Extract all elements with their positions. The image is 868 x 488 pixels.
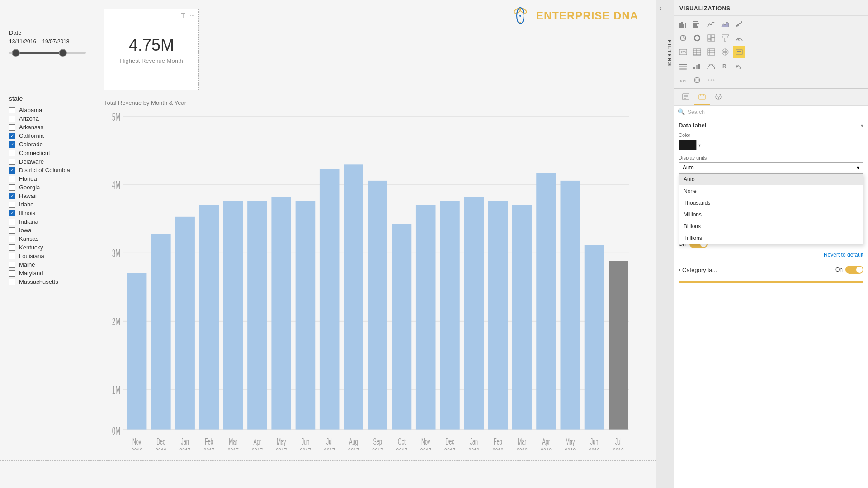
category-label-header[interactable]: › Category la... On [679,266,863,274]
state-item[interactable]: Indiana [9,217,99,226]
color-box[interactable] [679,140,697,150]
state-item[interactable]: Georgia [9,183,99,192]
state-item[interactable]: Arkansas [9,123,99,131]
viz-btn-donut[interactable] [691,32,703,44]
state-checkbox[interactable] [9,279,15,285]
state-item[interactable]: Massachusetts [9,277,99,286]
viz-btn-bar[interactable] [677,18,689,30]
bar-apr2018[interactable] [536,173,556,429]
state-item[interactable]: Alabama [9,106,99,114]
state-checkbox[interactable] [9,150,15,156]
state-checkbox[interactable] [9,270,15,277]
state-item[interactable]: Hawaii [9,192,99,200]
tab-format[interactable] [694,90,710,105]
viz-btn-slicer[interactable] [677,60,689,72]
viz-btn-pie[interactable] [677,32,689,44]
state-item[interactable]: Delaware [9,157,99,166]
viz-btn-treemap[interactable] [705,32,717,44]
bar-mar2017[interactable] [223,201,243,429]
state-checkbox[interactable] [9,219,15,225]
bar-jan2017[interactable] [175,217,195,430]
state-checkbox[interactable] [9,176,15,182]
state-checkbox[interactable] [9,236,15,242]
bar-dec2017[interactable] [440,201,460,429]
state-checkbox[interactable] [9,116,15,122]
state-item[interactable]: California [9,131,99,140]
state-checkbox[interactable] [9,202,15,208]
bar-jun2017[interactable] [296,201,316,429]
state-checkbox[interactable] [9,210,15,216]
slider-thumb-right[interactable] [59,49,67,57]
bar-oct2017[interactable] [392,224,412,429]
collapse-panel-btn[interactable]: ‹ [656,0,665,488]
option-auto[interactable]: Auto [679,174,863,185]
state-checkbox[interactable] [9,133,15,139]
state-item[interactable]: Kansas [9,235,99,243]
state-item[interactable]: Connecticut [9,149,99,157]
viz-btn-line[interactable] [705,18,717,30]
viz-btn-area[interactable] [719,18,731,30]
bar-jul2018[interactable] [609,261,628,430]
state-checkbox[interactable] [9,167,15,174]
bar-may2018[interactable] [560,181,580,430]
state-checkbox[interactable] [9,244,15,251]
bar-dec2016[interactable] [151,234,171,430]
viz-btn-py-visual[interactable]: Py [733,60,745,72]
option-thousands[interactable]: Thousands [679,197,863,209]
viz-btn-ribbon[interactable] [705,60,717,72]
bar-feb2017[interactable] [199,205,219,429]
state-checkbox[interactable] [9,227,15,234]
viz-btn-waterfall[interactable] [691,60,703,72]
viz-btn-kpi[interactable]: KPI [677,74,689,86]
state-checkbox[interactable] [9,124,15,131]
viz-btn-table[interactable] [691,46,703,58]
state-item[interactable]: Maine [9,260,99,269]
state-checkbox[interactable] [9,159,15,165]
bar-nov2017[interactable] [416,205,436,429]
viz-btn-stacked-bar[interactable] [733,46,745,58]
state-item[interactable]: Kentucky [9,243,99,252]
state-checkbox[interactable] [9,262,15,268]
tab-fields[interactable] [678,90,694,105]
bar-aug2017[interactable] [344,164,363,429]
state-item[interactable]: Illinois [9,209,99,217]
search-bar[interactable]: 🔍 Search [674,106,868,118]
data-label-header[interactable]: Data label ▾ [679,122,863,129]
option-billions[interactable]: Billions [679,221,863,232]
slider-thumb-left[interactable] [12,49,20,57]
color-dropdown-arrow[interactable]: ▾ [698,143,701,148]
bar-jul2017[interactable] [320,169,340,429]
option-millions[interactable]: Millions [679,209,863,221]
state-item[interactable]: Louisiana [9,252,99,260]
bar-jun2018[interactable] [585,245,604,430]
state-item[interactable]: Arizona [9,114,99,123]
viz-btn-more[interactable] [705,74,717,86]
bar-jan2018[interactable] [464,197,484,429]
bar-sep2017[interactable] [368,181,387,430]
more-icon[interactable]: ··· [189,12,195,19]
category-toggle[interactable] [845,266,863,274]
state-checkbox[interactable] [9,193,15,199]
viz-btn-funnel[interactable] [719,32,731,44]
state-item[interactable]: Maryland [9,269,99,277]
state-checkbox[interactable] [9,107,15,113]
state-item[interactable]: Colorado [9,140,99,149]
option-none[interactable]: None [679,185,863,197]
viz-btn-globe[interactable] [691,74,703,86]
viz-btn-gauge[interactable] [733,32,745,44]
state-item[interactable]: District of Columbia [9,166,99,174]
filter-icon[interactable]: ⊤ [180,12,186,19]
bar-may2017[interactable] [271,197,291,429]
display-units-selected[interactable]: Auto ▾ [679,162,863,173]
bar-apr2017[interactable] [247,201,267,429]
viz-btn-card[interactable]: 123 [677,46,689,58]
bar-mar2018[interactable] [512,205,532,429]
revert-btn[interactable]: Revert to default [679,252,863,258]
state-item[interactable]: Iowa [9,226,99,235]
state-checkbox[interactable] [9,141,15,148]
viz-btn-matrix[interactable] [705,46,717,58]
bar-feb2018[interactable] [488,201,508,429]
option-trillions[interactable]: Trillions [679,232,863,244]
viz-btn-r-visual[interactable]: R [719,60,731,72]
state-checkbox[interactable] [9,253,15,259]
